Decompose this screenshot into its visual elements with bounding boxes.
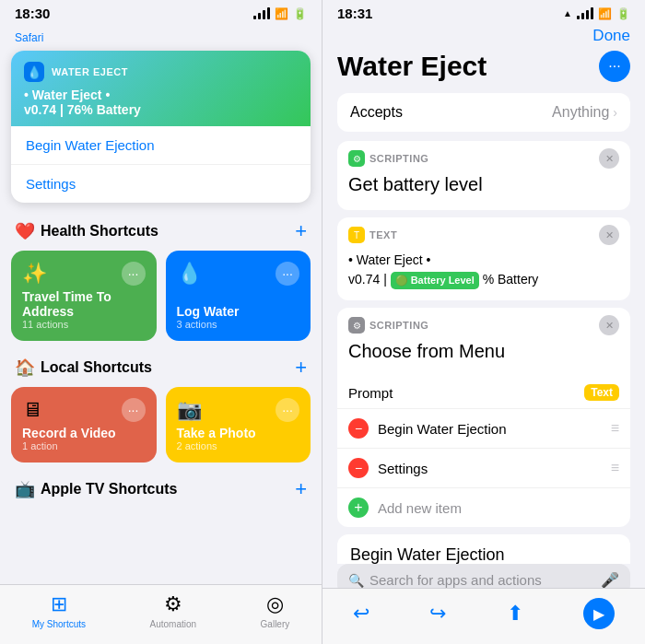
battery-level-text: Battery Level — [411, 273, 475, 288]
left-panel: 18:30 📶 🔋 Safari 💧 WATER EJECT • Water E… — [0, 0, 322, 644]
play-btn[interactable]: ▶ — [583, 598, 615, 629]
action1-close-btn[interactable]: ✕ — [599, 148, 619, 169]
log-water-icon: 💧 — [177, 262, 202, 286]
record-video-top: 🖥 ··· — [22, 398, 146, 422]
record-video-dots-btn[interactable]: ··· — [122, 398, 146, 422]
take-photo-card[interactable]: 📷 ··· Take a Photo 2 actions — [166, 387, 311, 463]
action3-close-btn[interactable]: ✕ — [599, 315, 619, 335]
battery-level-badge[interactable]: 🟢 Battery Level — [391, 272, 479, 289]
safari-back-label[interactable]: Safari — [15, 31, 43, 44]
menu-item-1-remove-btn[interactable]: − — [348, 418, 369, 439]
travel-card-top: ✨ ··· — [22, 262, 146, 286]
right-status-icons: ▲ 📶 🔋 — [563, 7, 630, 20]
right-panel: 18:31 ▲ 📶 🔋 Done Water Eject ··· Accepts — [322, 0, 645, 644]
local-section-icon: 🏠 — [15, 357, 35, 378]
action2-line1: • Water Eject • — [348, 252, 430, 267]
action3-header: ⚙ SCRIPTING ✕ — [337, 308, 630, 339]
battery-level-icon: 🟢 — [395, 273, 408, 288]
action2-badge-label: TEXT — [369, 229, 397, 240]
prompt-label: Prompt — [348, 385, 393, 401]
travel-icon: ✨ — [22, 262, 47, 286]
action2-close-btn[interactable]: ✕ — [599, 225, 619, 245]
travel-card[interactable]: ✨ ··· Travel Time To Address 11 actions — [11, 251, 157, 341]
apple-tv-section-header: 📺 Apple TV Shortcuts + — [11, 470, 311, 509]
take-photo-icon: 📷 — [177, 398, 202, 422]
right-battery-icon: 🔋 — [616, 7, 630, 20]
menu-item-2-drag-icon[interactable]: ≡ — [611, 460, 619, 476]
local-section-title: Local Shortcuts — [41, 359, 152, 376]
nav-automation[interactable]: ⚙ Automation — [150, 592, 197, 629]
local-section-header: 🏠 Local Shortcuts + — [11, 348, 311, 387]
take-photo-dots-btn[interactable]: ··· — [276, 398, 299, 422]
dropdown-header-title: WATER EJECT — [52, 66, 128, 77]
log-water-card[interactable]: 💧 ··· Log Water 3 actions — [166, 251, 311, 341]
menu-add-row[interactable]: + Add new item — [337, 488, 630, 527]
bottom-action-bar: ↩ ↪ ⬆ ▶ — [322, 588, 645, 644]
water-eject-icon: 💧 — [24, 62, 44, 82]
travel-dots-btn[interactable]: ··· — [122, 262, 146, 286]
settings-item[interactable]: Settings — [11, 165, 311, 203]
page-title: Water Eject — [337, 51, 487, 82]
search-placeholder: Search for apps and actions — [369, 572, 595, 588]
log-water-actions: 3 actions — [177, 319, 300, 330]
mic-icon[interactable]: 🎤 — [601, 571, 619, 589]
right-signal-bars — [577, 7, 593, 19]
text-action-card: T TEXT ✕ • Water Eject • v0.74 | 🟢 Batte… — [337, 217, 630, 300]
travel-card-name: Travel Time To Address — [22, 289, 146, 319]
menu-item-2-remove-btn[interactable]: − — [348, 458, 369, 478]
take-photo-actions: 2 actions — [177, 440, 300, 451]
page-title-row: Water Eject ··· — [337, 51, 630, 82]
dropdown-header: 💧 WATER EJECT • Water Eject • v0.74 | 76… — [11, 51, 311, 126]
menu-item-begin-water[interactable]: − Begin Water Ejection ≡ — [337, 409, 630, 449]
action1-header: ⚙ SCRIPTING ✕ — [337, 141, 630, 172]
health-section-header: ❤️ Health Shortcuts + — [11, 212, 311, 251]
right-status-bar: 18:31 ▲ 📶 🔋 — [322, 0, 645, 25]
search-icon: 🔍 — [348, 573, 364, 588]
scripting-icon-1: ⚙ — [348, 150, 365, 167]
title-menu-btn[interactable]: ··· — [599, 51, 630, 82]
health-section-add-btn[interactable]: + — [295, 219, 307, 243]
accepts-row[interactable]: Accepts Anything › — [337, 93, 630, 132]
text-icon-2: T — [348, 227, 365, 243]
health-section-title: Health Shortcuts — [41, 223, 158, 240]
action3-badge: ⚙ SCRIPTING — [348, 317, 428, 334]
action2-badge: T TEXT — [348, 227, 397, 243]
local-section-left: 🏠 Local Shortcuts — [15, 357, 152, 378]
apple-tv-section-left: 📺 Apple TV Shortcuts — [15, 479, 177, 499]
nav-my-shortcuts[interactable]: ⊞ My Shortcuts — [32, 592, 86, 629]
record-video-card[interactable]: 🖥 ··· Record a Video 1 action — [11, 387, 157, 463]
health-section-icon: ❤️ — [15, 221, 35, 241]
menu-item-2-label: Settings — [378, 461, 602, 476]
action2-body: • Water Eject • v0.74 | 🟢 Battery Level … — [337, 249, 630, 300]
done-button[interactable]: Done — [592, 27, 630, 45]
begin-water-bottom-label: Begin Water Ejection — [350, 545, 504, 564]
menu-item-settings[interactable]: − Settings ≡ — [337, 449, 630, 488]
action2-line3: % Battery — [483, 272, 539, 287]
share-btn[interactable]: ⬆ — [507, 602, 523, 626]
left-time: 18:30 — [15, 6, 50, 21]
left-status-bar: 18:30 📶 🔋 — [0, 0, 322, 25]
take-photo-name: Take a Photo — [177, 426, 300, 440]
health-section-left: ❤️ Health Shortcuts — [15, 221, 158, 241]
menu-item-1-drag-icon[interactable]: ≡ — [611, 420, 619, 437]
accepts-label: Accepts — [350, 104, 403, 121]
gallery-label: Gallery — [261, 619, 290, 629]
record-video-icon: 🖥 — [22, 398, 42, 422]
travel-card-actions: 11 actions — [22, 319, 146, 330]
menu-add-btn[interactable]: + — [348, 498, 369, 518]
my-shortcuts-icon: ⊞ — [51, 592, 67, 616]
log-water-top: 💧 ··· — [177, 262, 300, 286]
apple-tv-add-btn[interactable]: + — [295, 477, 307, 501]
left-status-icons: 📶 🔋 — [253, 7, 307, 20]
begin-water-ejection-item[interactable]: Begin Water Ejection — [11, 126, 311, 165]
log-water-dots-btn[interactable]: ··· — [276, 262, 299, 286]
local-section-add-btn[interactable]: + — [295, 356, 307, 380]
local-shortcuts-grid: 🖥 ··· Record a Video 1 action 📷 ··· Take… — [11, 387, 311, 463]
action1-badge-label: SCRIPTING — [369, 153, 428, 164]
prompt-value-badge[interactable]: Text — [584, 384, 619, 401]
health-shortcuts-grid: ✨ ··· Travel Time To Address 11 actions … — [11, 251, 311, 341]
undo-btn[interactable]: ↩ — [353, 602, 369, 626]
nav-gallery[interactable]: ◎ Gallery — [261, 592, 290, 629]
redo-btn[interactable]: ↪ — [429, 602, 446, 626]
done-button-row: Done — [322, 25, 645, 51]
